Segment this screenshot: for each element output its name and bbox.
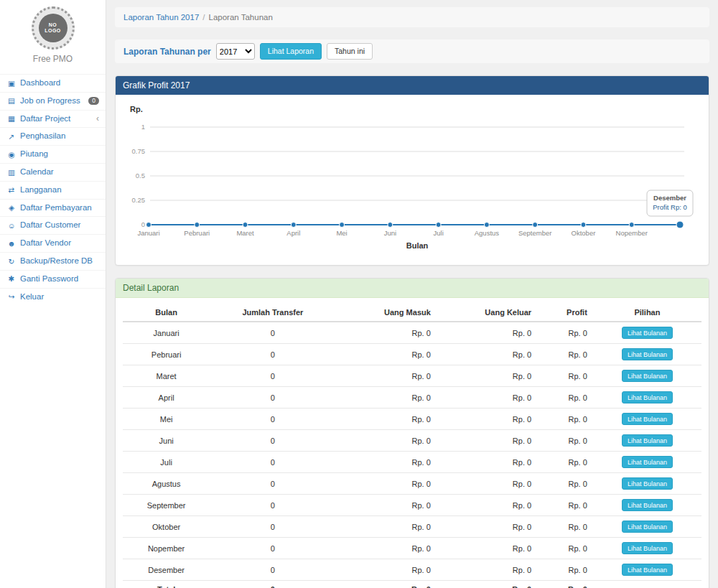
table-cell: Rp. 0 <box>437 495 537 516</box>
lihat-bulanan-button[interactable]: Lihat Bulanan <box>622 456 673 468</box>
table-row: Oktober0Rp. 0Rp. 0Rp. 0Lihat Bulanan <box>123 516 701 538</box>
sidebar-item-job-on-progress[interactable]: ▤Job on Progress0 <box>0 92 106 110</box>
y-tick-label: 0 <box>141 220 145 228</box>
data-point[interactable] <box>484 223 489 228</box>
lihat-bulanan-button[interactable]: Lihat Bulanan <box>622 499 673 511</box>
table-row: Agustus0Rp. 0Rp. 0Rp. 0Lihat Bulanan <box>123 473 701 495</box>
data-point[interactable] <box>291 223 296 228</box>
lihat-bulanan-button[interactable]: Lihat Bulanan <box>622 564 673 576</box>
table-row: Januari0Rp. 0Rp. 0Rp. 0Lihat Bulanan <box>123 322 701 344</box>
table-cell-action: Lihat Bulanan <box>593 473 701 495</box>
chart-y-axis-title: Rp. <box>130 105 143 113</box>
sidebar-item-daftar-customer[interactable]: ☺Daftar Customer <box>0 216 106 234</box>
chevron-left-icon: ‹ <box>96 114 99 123</box>
year-select[interactable]: 2017 <box>216 43 255 60</box>
chart-panel-title: Grafik Profit 2017 <box>116 76 709 95</box>
total-cell: Rp. 0 <box>437 581 537 588</box>
table-cell: Rp. 0 <box>437 344 537 365</box>
lihat-bulanan-button[interactable]: Lihat Bulanan <box>622 327 673 339</box>
sidebar-item-daftar-project[interactable]: ▦Daftar Project‹ <box>0 110 106 128</box>
table-cell: 0 <box>210 538 335 559</box>
brand-block: NO LOGO Free PMO <box>0 0 106 70</box>
x-tick-label: Pebruari <box>184 229 210 237</box>
table-cell: Rp. 0 <box>437 516 537 538</box>
backup-icon: ↻ <box>6 257 17 266</box>
detail-panel: Detail Laporan BulanJumlah TransferUang … <box>115 278 709 588</box>
table-cell: Rp. 0 <box>537 473 593 495</box>
sidebar-item-penghasilan[interactable]: ↗Penghasilan <box>0 127 106 145</box>
data-point[interactable] <box>676 221 684 228</box>
lihat-bulanan-button[interactable]: Lihat Bulanan <box>622 413 673 425</box>
table-cell: Rp. 0 <box>537 365 593 387</box>
sidebar-item-label: Langganan <box>20 185 99 195</box>
table-row: Juni0Rp. 0Rp. 0Rp. 0Lihat Bulanan <box>123 430 701 452</box>
sidebar-item-label: Daftar Customer <box>20 220 99 230</box>
data-point[interactable] <box>340 223 345 228</box>
tahun-ini-button[interactable]: Tahun ini <box>327 43 373 60</box>
sidebar-item-label: Job on Progress <box>20 96 88 106</box>
data-point[interactable] <box>195 223 200 228</box>
lihat-laporan-button[interactable]: Lihat Laporan <box>260 43 322 60</box>
sidebar-item-dashboard[interactable]: ▣Dashboard <box>0 74 106 92</box>
table-cell: Rp. 0 <box>336 387 437 409</box>
sidebar-item-daftar-vendor[interactable]: ☻Daftar Vendor <box>0 234 106 252</box>
sidebar-item-ganti-password[interactable]: ✱Ganti Password <box>0 270 106 288</box>
data-point[interactable] <box>581 223 586 228</box>
logout-icon: ↪ <box>6 292 17 302</box>
x-tick-label: Mei <box>336 229 347 237</box>
x-tick-label: September <box>518 229 551 237</box>
table-row: Nopember0Rp. 0Rp. 0Rp. 0Lihat Bulanan <box>123 538 701 559</box>
table-cell: Agustus <box>123 473 210 495</box>
data-point[interactable] <box>629 223 634 228</box>
data-point[interactable] <box>146 223 151 228</box>
data-point[interactable] <box>436 223 441 228</box>
chart-panel: Grafik Profit 2017 Rp.00.250.50.751Janua… <box>115 75 709 266</box>
sidebar-item-calendar[interactable]: ▥Calendar <box>0 163 106 181</box>
lihat-bulanan-button[interactable]: Lihat Bulanan <box>622 370 673 382</box>
table-cell: Rp. 0 <box>537 430 593 452</box>
sidebar-item-backup-restore-db[interactable]: ↻Backup/Restore DB <box>0 252 106 270</box>
profit-line-chart[interactable]: Rp.00.250.50.751JanuariPebruariMaretApri… <box>123 101 701 257</box>
table-cell: Rp. 0 <box>437 322 537 344</box>
lihat-bulanan-button[interactable]: Lihat Bulanan <box>622 477 673 490</box>
sidebar-menu: ▣Dashboard▤Job on Progress0▦Daftar Proje… <box>0 74 106 305</box>
sidebar-item-label: Piutang <box>20 149 99 159</box>
table-cell: Rp. 0 <box>437 387 537 409</box>
sidebar-item-langganan[interactable]: ⇄Langganan <box>0 181 106 199</box>
data-point[interactable] <box>243 223 248 228</box>
x-tick-label: Nopember <box>616 229 648 237</box>
table-cell: 0 <box>210 495 335 516</box>
lihat-bulanan-button[interactable]: Lihat Bulanan <box>622 391 673 403</box>
sidebar-item-daftar-pembayaran[interactable]: ◈Daftar Pembayaran <box>0 199 106 217</box>
table-cell: 0 <box>210 365 335 387</box>
breadcrumb-link[interactable]: Laporan Tahun 2017 <box>123 13 199 22</box>
logo-text: NO LOGO <box>39 14 67 42</box>
table-cell: 0 <box>210 344 335 365</box>
money-icon: ◉ <box>6 150 17 159</box>
table-cell: Januari <box>123 322 210 344</box>
sidebar-item-label: Daftar Project <box>20 114 96 124</box>
total-cell: 0 <box>210 581 335 588</box>
table-cell: Rp. 0 <box>336 495 437 516</box>
sidebar-item-piutang[interactable]: ◉Piutang <box>0 145 106 163</box>
table-total-row: Total0Rp. 0Rp. 0Rp. 0 <box>123 581 701 588</box>
lihat-bulanan-button[interactable]: Lihat Bulanan <box>622 521 673 533</box>
table-cell: April <box>123 387 210 409</box>
table-cell: Rp. 0 <box>336 322 437 344</box>
column-header: Jumlah Transfer <box>210 304 335 322</box>
calendar-icon: ▥ <box>6 168 17 177</box>
sidebar-item-keluar[interactable]: ↪Keluar <box>0 288 106 306</box>
table-cell-action: Lihat Bulanan <box>593 365 701 387</box>
customers-icon: ☺ <box>6 221 17 230</box>
table-cell-action: Lihat Bulanan <box>593 387 701 409</box>
data-point[interactable] <box>388 223 393 228</box>
table-cell: Nopember <box>123 538 210 559</box>
lihat-bulanan-button[interactable]: Lihat Bulanan <box>622 434 673 447</box>
report-table: BulanJumlah TransferUang MasukUang Kelua… <box>123 304 701 588</box>
table-icon: ▦ <box>6 114 17 123</box>
lihat-bulanan-button[interactable]: Lihat Bulanan <box>622 542 673 554</box>
lihat-bulanan-button[interactable]: Lihat Bulanan <box>622 348 673 360</box>
data-point[interactable] <box>533 223 538 228</box>
x-tick-label: Oktober <box>572 229 596 237</box>
lock-icon: ✱ <box>6 274 17 284</box>
